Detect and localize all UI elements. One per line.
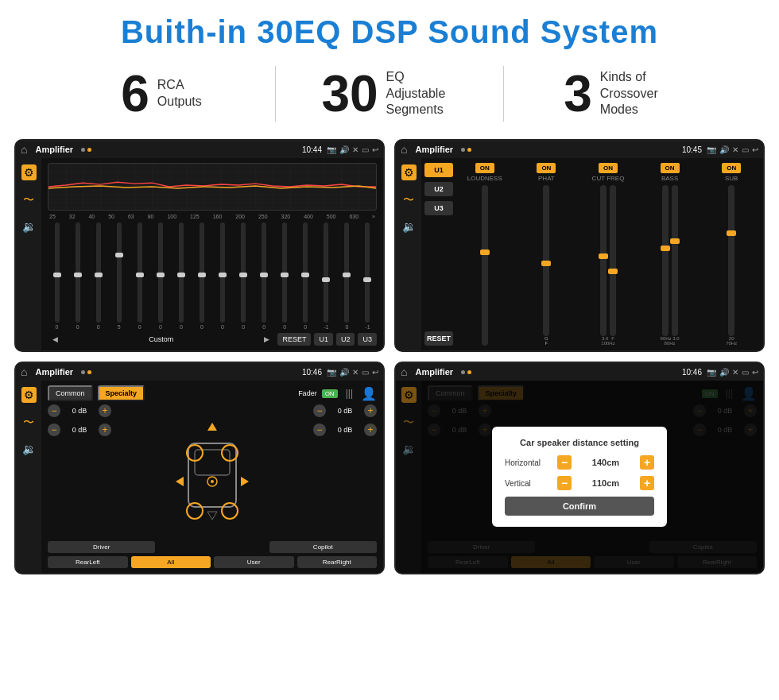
crossover-controls: ON LOUDNESS ON PHAT G F <box>456 163 760 346</box>
camera-icon-2: 📷 <box>707 145 716 154</box>
prev-button[interactable]: ◀ <box>48 333 63 346</box>
eq-icon-3[interactable]: ⚙ <box>21 387 37 403</box>
screen-content-1: ⚙ 〜 🔉 <box>16 158 383 350</box>
btn-rearleft[interactable]: RearLeft <box>48 556 128 568</box>
fader-on-badge[interactable]: ON <box>322 389 338 398</box>
ctrl-bass: ON BASS 90Hz 3.0 <box>641 163 699 346</box>
btn-rearright[interactable]: RearRight <box>297 556 378 568</box>
fader-slider-indicator[interactable]: ||| <box>346 388 353 399</box>
bottom-btns-3b: RearLeft All User RearRight <box>48 556 377 568</box>
next-button[interactable]: ▶ <box>259 333 274 346</box>
eq-slider-14: 0 <box>338 222 356 330</box>
btn-empty <box>158 541 265 553</box>
status-icons-2: 📷 🔊 ✕ ▭ ↩ <box>707 145 758 154</box>
u3-button[interactable]: U3 <box>358 333 377 346</box>
preset-u1[interactable]: U1 <box>424 163 453 177</box>
volume-icon-4: 🔊 <box>719 368 729 377</box>
slider-phat[interactable] <box>543 185 549 336</box>
btn-driver[interactable]: Driver <box>48 541 155 553</box>
btn-user[interactable]: User <box>214 556 294 568</box>
status-dots-1 <box>81 148 91 152</box>
preset-label: Custom <box>66 335 256 343</box>
toggle-sub[interactable]: ON <box>722 163 741 173</box>
home-icon-3[interactable]: ⌂ <box>21 365 27 378</box>
tab-common[interactable]: Common <box>48 385 93 401</box>
dot-2 <box>87 148 91 152</box>
preset-u3[interactable]: U3 <box>424 201 453 215</box>
horizontal-minus[interactable]: − <box>557 455 572 470</box>
back-icon-2[interactable]: ↩ <box>752 145 758 154</box>
wave-icon-3[interactable]: 〜 <box>23 416 34 430</box>
toggle-bass[interactable]: ON <box>661 163 680 173</box>
reset-button[interactable]: RESET <box>277 333 311 346</box>
db-minus-rr[interactable]: − <box>313 423 326 436</box>
confirm-button[interactable]: Confirm <box>505 497 654 516</box>
eq-slider-7: 0 <box>192 222 211 330</box>
screen-title-1: Amplifier <box>35 145 73 154</box>
preset-u2[interactable]: U2 <box>424 182 453 196</box>
slider-bass-f[interactable] <box>662 185 669 336</box>
btn-copilot[interactable]: Copilot <box>269 541 377 553</box>
toggle-phat[interactable]: ON <box>537 163 556 173</box>
home-icon-2[interactable]: ⌂ <box>401 143 407 156</box>
slider-loudness[interactable] <box>482 185 488 346</box>
slider-sub[interactable] <box>728 185 734 336</box>
reset-crossover[interactable]: RESET <box>424 331 453 346</box>
db-minus-fr[interactable]: − <box>313 404 326 417</box>
svg-point-4 <box>222 503 238 519</box>
db-plus-rr[interactable]: + <box>364 423 377 436</box>
screen-fader: ⌂ Amplifier 10:46 📷 🔊 ✕ ▭ ↩ ⚙ 〜 🔉 <box>14 362 385 574</box>
speaker-icon-2[interactable]: 🔉 <box>402 220 416 233</box>
slider-bass-g[interactable] <box>672 185 678 336</box>
speaker-icon[interactable]: 🔉 <box>22 220 36 233</box>
home-icon-1[interactable]: ⌂ <box>21 143 27 156</box>
eq-icon[interactable]: ⚙ <box>21 164 37 180</box>
eq-graph-svg <box>48 164 376 210</box>
vertical-plus[interactable]: + <box>640 476 654 490</box>
dot-1 <box>81 148 85 152</box>
back-icon[interactable]: ↩ <box>372 145 378 154</box>
db-plus-fr[interactable]: + <box>364 404 377 417</box>
horizontal-plus[interactable]: + <box>640 455 654 470</box>
toggle-cutfreq[interactable]: ON <box>599 163 618 173</box>
vertical-ctrl: − 110cm + <box>557 476 654 490</box>
eq-sliders: 0 0 0 5 0 0 0 0 0 0 0 0 0 -1 0 -1 <box>48 222 377 330</box>
toggle-loudness[interactable]: ON <box>475 163 494 173</box>
back-icon-4[interactable]: ↩ <box>752 368 758 377</box>
status-icons-3: 📷 🔊 ✕ ▭ ↩ <box>327 368 378 377</box>
speaker-icon-3[interactable]: 🔉 <box>22 443 36 455</box>
btn-all[interactable]: All <box>131 556 211 568</box>
eq-icon-2[interactable]: ⚙ <box>401 164 417 180</box>
label-bass: BASS <box>661 175 678 182</box>
db-minus-fl[interactable]: − <box>48 404 60 417</box>
u1-button[interactable]: U1 <box>314 333 333 346</box>
db-value-rr: 0 dB <box>329 426 361 434</box>
wave-icon-2[interactable]: 〜 <box>403 193 414 207</box>
screen-title-2: Amplifier <box>415 145 453 154</box>
u2-button[interactable]: U2 <box>336 333 355 346</box>
dot-7 <box>461 370 465 374</box>
db-value-fl: 0 dB <box>64 407 95 415</box>
dialog-row-vertical: Vertical − 110cm + <box>505 476 654 490</box>
slider-cutfreq-f[interactable] <box>610 185 616 336</box>
home-icon-4[interactable]: ⌂ <box>401 365 407 378</box>
eq-graph <box>48 163 377 211</box>
tab-specialty[interactable]: Specialty <box>98 385 145 401</box>
page-title: Buith-in 30EQ DSP Sound System <box>0 0 779 58</box>
db-minus-rl[interactable]: − <box>48 423 60 436</box>
svg-marker-11 <box>176 477 184 486</box>
status-time-2: 10:45 <box>682 145 702 154</box>
eq-bottom-bar: ◀ Custom ▶ RESET U1 U2 U3 <box>48 333 377 346</box>
back-icon-3[interactable]: ↩ <box>372 368 378 377</box>
dot-3 <box>461 148 465 152</box>
db-plus-rl[interactable]: + <box>99 423 111 436</box>
vertical-label: Vertical <box>505 479 552 488</box>
slider-cutfreq-g[interactable] <box>600 185 607 336</box>
vertical-minus[interactable]: − <box>557 476 572 490</box>
stat-label-crossover: Kinds ofCrossover Modes <box>600 69 672 118</box>
status-bar-4: ⌂ Amplifier 10:46 📷 🔊 ✕ ▭ ↩ <box>396 363 763 381</box>
status-icons-1: 📷 🔊 ✕ ▭ ↩ <box>327 145 378 154</box>
db-plus-fl[interactable]: + <box>99 404 111 417</box>
wave-icon[interactable]: 〜 <box>23 193 34 207</box>
eq-slider-10: 0 <box>255 222 273 330</box>
